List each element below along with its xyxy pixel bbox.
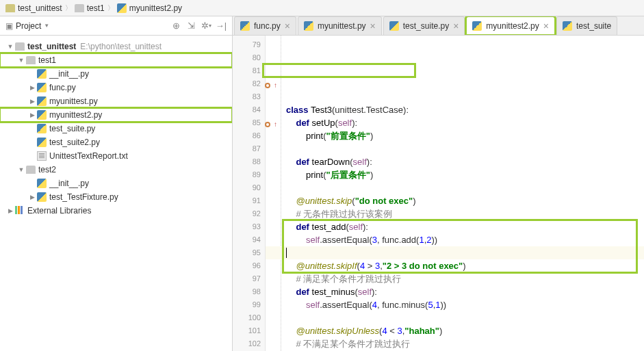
breadcrumb-item[interactable]: test1 (75, 3, 105, 13)
code-line[interactable]: def setUp(self): (286, 116, 644, 129)
breadcrumb-item[interactable]: test_unittest (5, 3, 62, 13)
code-line[interactable]: class Test3(unittest.TestCase): (286, 103, 644, 116)
line-number[interactable]: 79 (233, 38, 261, 51)
close-icon[interactable]: × (543, 21, 549, 31)
tree-item-label: func.py (49, 83, 76, 92)
line-number[interactable]: 82↑ (233, 77, 261, 90)
project-path: E:\python\test_unittest (80, 42, 162, 51)
tab-label: myunittest2.py (486, 21, 539, 31)
code-line[interactable]: def test_add(self): (286, 220, 644, 233)
line-number[interactable]: 92 (233, 207, 261, 220)
tree-item[interactable]: ▶myunittest.py (0, 94, 232, 108)
line-number[interactable]: 97 (233, 272, 261, 285)
code-line[interactable] (266, 246, 644, 259)
code-line[interactable]: print("前置条件") (286, 129, 644, 142)
line-number[interactable]: 85↑ (233, 116, 261, 129)
folder-icon (15, 42, 25, 51)
tree-arrow-icon[interactable]: ▶ (27, 84, 37, 91)
library-icon (15, 206, 25, 216)
line-number[interactable]: 96 (233, 259, 261, 272)
chevron-right-icon: 〉 (65, 3, 72, 13)
line-number[interactable]: 88 (233, 155, 261, 168)
code-line[interactable]: @unittest.skipUnless(4 < 3,"hahah") (286, 324, 644, 337)
code-line[interactable]: # 不满足某个条件才跳过执行 (286, 337, 644, 350)
tree-item[interactable]: ▶myunittest2.py (0, 108, 232, 122)
line-number[interactable]: 81 (233, 64, 261, 77)
close-icon[interactable]: × (370, 21, 376, 31)
tree-item[interactable]: test_suite.py (0, 122, 232, 135)
code-line[interactable]: self.assertEqual(4, func.minus(5,1)) (286, 298, 644, 311)
code-line[interactable]: def tearDown(self): (286, 155, 644, 168)
line-number[interactable]: 101 (233, 324, 261, 337)
tree-arrow-icon[interactable]: ▼ (16, 166, 26, 173)
code-line[interactable] (286, 142, 644, 155)
line-number[interactable]: 99 (233, 298, 261, 311)
line-number[interactable]: 84 (233, 103, 261, 116)
tree-item[interactable]: __init__.py (0, 67, 232, 81)
tree-arrow-icon[interactable]: ▼ (16, 57, 26, 64)
line-number[interactable]: 80 (233, 51, 261, 64)
external-libraries[interactable]: ▶ External Libraries (0, 204, 232, 218)
hide-icon[interactable]: →| (216, 21, 227, 31)
tree-item[interactable]: ▼test2 (0, 163, 232, 177)
tree-item[interactable]: __init__.py (0, 177, 232, 190)
tree-arrow-icon[interactable]: ▶ (27, 112, 37, 118)
editor-tab[interactable]: func.py× (234, 16, 296, 35)
editor-tab[interactable]: myunittest.py× (298, 16, 382, 35)
breadcrumb-label: test1 (87, 3, 105, 13)
tree-item[interactable]: test_suite2.py (0, 135, 232, 149)
collapse-icon[interactable]: ⇲ (185, 21, 196, 31)
python-file-icon (389, 21, 399, 31)
close-icon[interactable]: × (285, 21, 290, 31)
tree-arrow-icon[interactable]: ▶ (5, 207, 15, 214)
code-area: 79808182↑838485↑868788899091929394959697… (233, 36, 644, 351)
tree-arrow-icon[interactable]: ▶ (27, 98, 37, 105)
tree-item[interactable]: UnittestTextReport.txt (0, 149, 232, 163)
chevron-down-icon: ▼ (44, 23, 49, 29)
chevron-right-icon: 〉 (107, 3, 114, 13)
breadcrumb-item[interactable]: myunittest2.py (117, 3, 182, 13)
code-content[interactable]: class Test3(unittest.TestCase): def setU… (266, 36, 644, 351)
tree-item[interactable]: ▶func.py (0, 81, 232, 94)
python-file-icon (117, 3, 127, 13)
line-number[interactable]: 95 (233, 246, 261, 259)
editor-tab[interactable]: test_suite (556, 16, 617, 35)
line-number[interactable]: 90 (233, 181, 261, 194)
code-line[interactable] (286, 90, 644, 103)
project-root[interactable]: ▼ test_unittest E:\python\test_unittest (0, 40, 232, 53)
line-number[interactable]: 87 (233, 142, 261, 155)
code-line[interactable]: print("后置条件") (286, 168, 644, 181)
tree-item[interactable]: ▼test1 (0, 53, 232, 67)
python-file-icon (37, 192, 47, 202)
line-number[interactable]: 93 (233, 220, 261, 233)
sidebar-title[interactable]: ▣ Project ▼ (5, 21, 49, 31)
line-number[interactable]: 102 (233, 337, 261, 350)
tree-arrow-icon[interactable]: ▶ (27, 194, 37, 200)
line-number[interactable]: 89 (233, 168, 261, 181)
close-icon[interactable]: × (453, 21, 459, 31)
editor-tab[interactable]: test_suite.py× (383, 16, 465, 35)
code-line[interactable]: @unittest.skip("do not exec") (286, 194, 644, 207)
code-line[interactable]: # 满足某个条件才跳过执行 (286, 272, 644, 285)
code-line[interactable]: # 无条件跳过执行该案例 (286, 207, 644, 220)
line-number[interactable]: 98 (233, 285, 261, 298)
locate-icon[interactable]: ⊕ (170, 21, 181, 31)
code-line[interactable]: def test_minus(self): (286, 285, 644, 298)
line-number[interactable]: 100 (233, 311, 261, 324)
project-icon: ▣ (5, 21, 13, 31)
code-line[interactable]: @unittest.skipIf(4 > 3,"2 > 3 do not exe… (286, 259, 644, 272)
line-number[interactable]: 83 (233, 90, 261, 103)
python-file-icon (472, 21, 482, 31)
line-gutter: 79808182↑838485↑868788899091929394959697… (233, 36, 266, 351)
code-line[interactable] (286, 311, 644, 324)
tree-arrow-icon[interactable]: ▼ (5, 43, 15, 50)
line-number[interactable]: 91 (233, 194, 261, 207)
line-number[interactable]: 86 (233, 129, 261, 142)
settings-icon[interactable]: ✲▾ (201, 21, 211, 31)
tree-item[interactable]: ▶test_TestFixture.py (0, 190, 232, 204)
code-line[interactable] (286, 77, 644, 90)
code-line[interactable] (286, 181, 644, 194)
code-line[interactable]: self.assertEqual(3, func.add(1,2)) (286, 233, 644, 246)
line-number[interactable]: 94 (233, 233, 261, 246)
editor-tab[interactable]: myunittest2.py× (466, 16, 555, 35)
